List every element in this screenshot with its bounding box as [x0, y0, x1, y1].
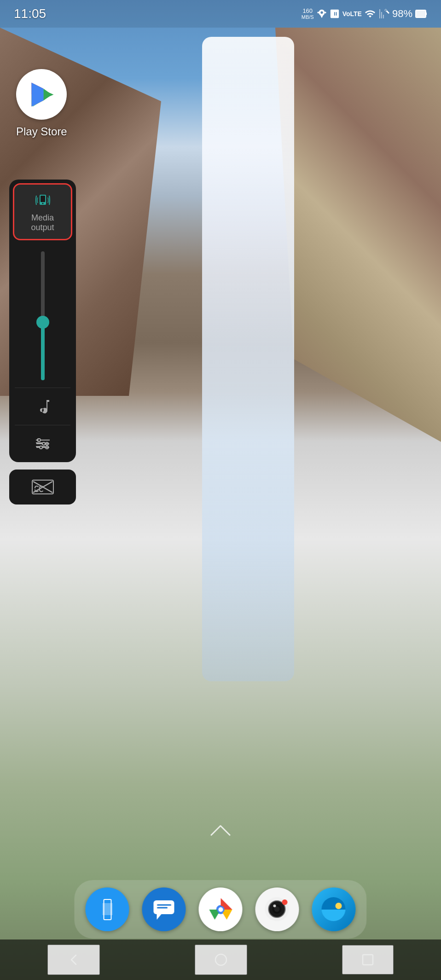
- alarm-icon: [317, 9, 327, 19]
- eq-icon-row: [9, 425, 76, 462]
- svg-point-30: [282, 899, 288, 905]
- media-panel: Media output: [9, 180, 76, 462]
- svg-point-14: [42, 442, 45, 445]
- svg-point-29: [273, 905, 276, 907]
- volume-track: [41, 251, 45, 380]
- messages-app-icon[interactable]: [142, 887, 186, 931]
- equalizer-icon[interactable]: [29, 430, 57, 458]
- media-output-label: Media output: [19, 213, 66, 232]
- svg-marker-20: [157, 914, 162, 920]
- svg-rect-1: [426, 12, 427, 15]
- phone-app-icon[interactable]: [86, 887, 129, 931]
- media-output-icon: [34, 191, 52, 209]
- music-icon-row: [9, 388, 76, 425]
- volume-fill: [41, 319, 45, 380]
- volume-slider[interactable]: [9, 244, 76, 388]
- drawer-handle[interactable]: [209, 823, 232, 837]
- speed-indicator: 160 MB/S: [302, 8, 314, 20]
- camera-app-icon[interactable]: [255, 887, 299, 931]
- volume-thumb: [36, 316, 49, 329]
- home-button[interactable]: [195, 945, 247, 975]
- svg-rect-2: [416, 11, 425, 17]
- nav-bar: [0, 939, 441, 980]
- play-store-app[interactable]: Play Store: [16, 69, 67, 138]
- svg-rect-36: [363, 955, 373, 965]
- skymap-app-icon[interactable]: [312, 887, 356, 931]
- caption-panel[interactable]: [9, 470, 76, 504]
- media-output-button[interactable]: Media output: [13, 183, 72, 240]
- play-store-svg: [27, 80, 57, 110]
- svg-rect-5: [41, 196, 45, 202]
- svg-point-13: [38, 439, 41, 441]
- svg-point-34: [336, 903, 342, 909]
- captions-off-icon: [31, 478, 54, 496]
- chrome-app-icon[interactable]: [199, 887, 243, 931]
- dock: [75, 880, 367, 939]
- svg-point-35: [215, 954, 226, 965]
- battery-icon: [415, 9, 427, 19]
- waterfall: [202, 37, 294, 681]
- volte-icon: VoLTE: [342, 10, 362, 17]
- nfc-icon: [330, 9, 340, 19]
- status-time: 11:05: [14, 6, 46, 21]
- status-icons: 160 MB/S VoLTE: [302, 8, 427, 20]
- music-note-icon[interactable]: [29, 393, 57, 420]
- battery-percentage: 98%: [392, 8, 412, 20]
- status-bar: 11:05 160 MB/S VoLTE: [0, 0, 441, 28]
- svg-point-24: [218, 907, 223, 912]
- wifi-icon: [365, 8, 376, 19]
- back-button[interactable]: [47, 945, 100, 975]
- svg-point-6: [42, 203, 43, 204]
- signal-icon: [378, 8, 389, 19]
- svg-point-15: [40, 446, 42, 449]
- play-store-label: Play Store: [16, 125, 67, 138]
- recents-button[interactable]: [342, 945, 394, 974]
- play-store-icon[interactable]: [16, 69, 67, 120]
